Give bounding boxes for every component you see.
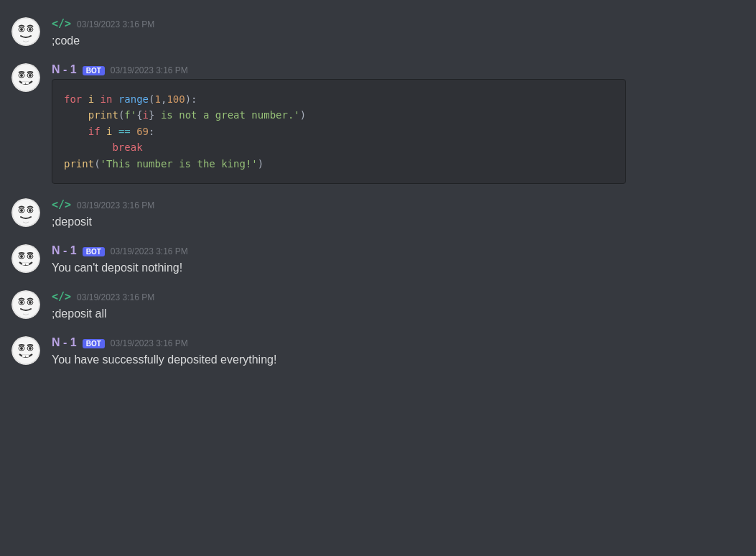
bot-badge: BOT bbox=[83, 247, 105, 256]
message-group: N - 1 BOT 03/19/2023 3:16 PM for i in ra… bbox=[0, 57, 756, 190]
message-header: </> 03/19/2023 3:16 PM bbox=[52, 17, 745, 30]
svg-point-19 bbox=[29, 209, 32, 212]
message-header: N - 1 BOT 03/19/2023 3:16 PM bbox=[52, 336, 745, 349]
message-header: </> 03/19/2023 3:16 PM bbox=[52, 290, 745, 303]
message-group: </> 03/19/2023 3:16 PM ;deposit bbox=[0, 193, 756, 236]
message-content: N - 1 BOT 03/19/2023 3:16 PM You have su… bbox=[52, 336, 745, 368]
svg-point-10 bbox=[20, 74, 23, 77]
message-text: You can't deposit nothing! bbox=[52, 260, 745, 276]
svg-point-4 bbox=[20, 28, 23, 31]
svg-point-7 bbox=[13, 65, 39, 91]
timestamp: 03/19/2023 3:16 PM bbox=[77, 292, 154, 302]
message-content: N - 1 BOT 03/19/2023 3:16 PM for i in ra… bbox=[52, 63, 745, 184]
timestamp: 03/19/2023 3:16 PM bbox=[111, 65, 188, 75]
svg-rect-40 bbox=[22, 355, 25, 357]
svg-point-21 bbox=[13, 246, 39, 272]
code-line: print(f'{i} is not a great number.') bbox=[64, 107, 614, 123]
code-line: break bbox=[64, 139, 614, 155]
svg-point-25 bbox=[29, 255, 32, 258]
avatar bbox=[11, 17, 40, 46]
avatar bbox=[11, 198, 40, 227]
message-header: </> 03/19/2023 3:16 PM bbox=[52, 198, 745, 211]
svg-point-15 bbox=[13, 200, 39, 226]
svg-rect-26 bbox=[22, 263, 25, 265]
message-group: N - 1 BOT 03/19/2023 3:16 PM You can't d… bbox=[0, 238, 756, 282]
message-group: N - 1 BOT 03/19/2023 3:16 PM You have su… bbox=[0, 330, 756, 374]
message-header: N - 1 BOT 03/19/2023 3:16 PM bbox=[52, 63, 745, 76]
username: </> bbox=[52, 290, 71, 303]
username: N - 1 bbox=[52, 63, 77, 76]
message-content: </> 03/19/2023 3:16 PM ;deposit bbox=[52, 198, 745, 230]
svg-point-29 bbox=[13, 292, 39, 318]
svg-rect-41 bbox=[26, 355, 29, 357]
message-text: ;deposit all bbox=[52, 306, 745, 322]
chat-container: </> 03/19/2023 3:16 PM ;code bbox=[0, 0, 756, 388]
avatar bbox=[11, 63, 40, 92]
message-text: ;code bbox=[52, 33, 745, 49]
timestamp: 03/19/2023 3:16 PM bbox=[77, 19, 154, 29]
timestamp: 03/19/2023 3:16 PM bbox=[111, 338, 188, 348]
svg-rect-13 bbox=[26, 82, 29, 84]
svg-rect-27 bbox=[26, 263, 29, 265]
bot-badge: BOT bbox=[83, 66, 105, 75]
timestamp: 03/19/2023 3:16 PM bbox=[111, 246, 188, 256]
message-content: N - 1 BOT 03/19/2023 3:16 PM You can't d… bbox=[52, 244, 745, 276]
svg-point-5 bbox=[29, 28, 32, 31]
message-content: </> 03/19/2023 3:16 PM ;deposit all bbox=[52, 290, 745, 322]
code-line: for i in range(1,100): bbox=[64, 91, 614, 107]
svg-point-18 bbox=[20, 209, 23, 212]
message-content: </> 03/19/2023 3:16 PM ;code bbox=[52, 17, 745, 49]
svg-rect-12 bbox=[22, 82, 25, 84]
svg-point-1 bbox=[13, 19, 39, 45]
username: N - 1 bbox=[52, 244, 77, 257]
bot-badge: BOT bbox=[83, 339, 105, 348]
message-text: You have successfully deposited everythi… bbox=[52, 352, 745, 368]
svg-point-33 bbox=[29, 301, 32, 304]
svg-point-32 bbox=[20, 301, 23, 304]
username: N - 1 bbox=[52, 336, 77, 349]
svg-point-35 bbox=[13, 338, 39, 363]
message-header: N - 1 BOT 03/19/2023 3:16 PM bbox=[52, 244, 745, 257]
avatar bbox=[11, 290, 40, 319]
message-text: ;deposit bbox=[52, 214, 745, 230]
username: </> bbox=[52, 17, 71, 30]
code-block: for i in range(1,100): print(f'{i} is no… bbox=[52, 79, 626, 184]
code-line: if i == 69: bbox=[64, 124, 614, 139]
avatar bbox=[11, 336, 40, 365]
svg-point-38 bbox=[20, 347, 23, 350]
svg-point-11 bbox=[29, 74, 32, 77]
code-line: print('This number is the king!') bbox=[64, 156, 614, 172]
message-group: </> 03/19/2023 3:16 PM ;deposit all bbox=[0, 284, 756, 328]
timestamp: 03/19/2023 3:16 PM bbox=[77, 200, 154, 210]
message-group: </> 03/19/2023 3:16 PM ;code bbox=[0, 11, 756, 55]
avatar bbox=[11, 244, 40, 273]
username: </> bbox=[52, 198, 71, 211]
svg-point-24 bbox=[20, 255, 23, 258]
svg-point-39 bbox=[29, 347, 32, 350]
